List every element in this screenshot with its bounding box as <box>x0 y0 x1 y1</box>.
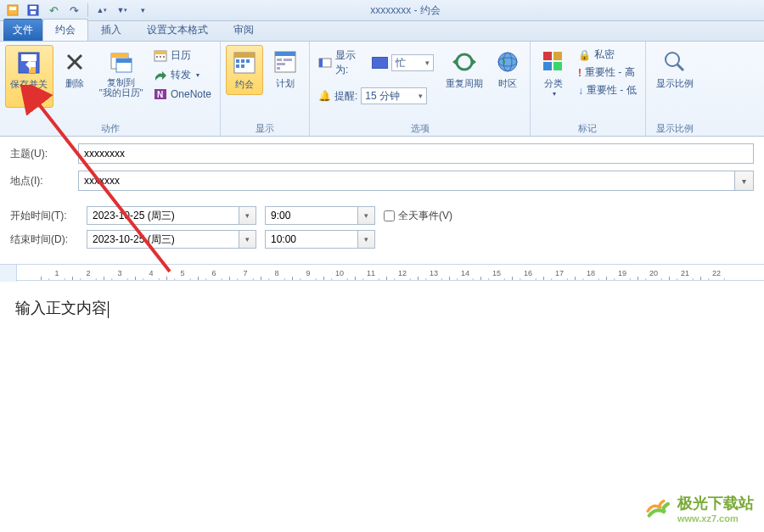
svg-rect-31 <box>284 59 292 61</box>
svg-line-47 <box>677 64 683 70</box>
end-time-dropdown[interactable]: ▾ <box>358 230 375 249</box>
end-date-input[interactable] <box>87 230 239 249</box>
svg-text:N: N <box>157 90 163 99</box>
group-options: 显示为: 忙 🔔 提醒: 15 分钟 重复周期 <box>310 42 531 136</box>
app-icon[interactable] <box>3 2 22 19</box>
start-time-label: 开始时间(T): <box>10 209 78 223</box>
tab-appointment[interactable]: 约会 <box>42 19 88 41</box>
tab-file[interactable]: 文件 <box>3 19 42 41</box>
down-dropdown-icon[interactable]: ▼▾ <box>113 2 132 19</box>
tab-insert[interactable]: 插入 <box>88 19 134 41</box>
subject-input[interactable] <box>78 143 754 164</box>
end-date-dropdown[interactable]: ▾ <box>239 230 256 249</box>
scheduling-button[interactable]: 计划 <box>267 45 304 93</box>
svg-rect-4 <box>31 11 36 14</box>
recurrence-label: 重复周期 <box>446 77 483 90</box>
end-time-input[interactable] <box>265 230 358 249</box>
lock-icon: 🔒 <box>578 49 591 61</box>
allday-checkbox[interactable] <box>384 210 395 221</box>
svg-text:21: 21 <box>681 269 689 277</box>
private-button[interactable]: 🔒 私密 <box>575 47 640 63</box>
onenote-button[interactable]: N OneNote <box>150 86 215 103</box>
save-icon[interactable] <box>24 2 42 19</box>
appointment-view-button[interactable]: 约会 <box>226 45 263 95</box>
start-date-input[interactable] <box>87 206 239 225</box>
categorize-label: 分类 <box>544 77 563 90</box>
reminder-bell-icon: 🔔 <box>318 90 331 102</box>
svg-text:13: 13 <box>430 269 438 277</box>
tab-review[interactable]: 审阅 <box>221 19 267 41</box>
private-label: 私密 <box>594 48 615 62</box>
svg-rect-42 <box>543 52 552 60</box>
forward-button[interactable]: 转发 ▾ <box>150 66 215 84</box>
tab-format[interactable]: 设置文本格式 <box>134 19 221 41</box>
svg-rect-1 <box>9 7 16 10</box>
qat-separator <box>87 3 88 17</box>
svg-rect-33 <box>277 67 280 70</box>
allday-text: 全天事件(V) <box>398 209 452 223</box>
location-dropdown-button[interactable]: ▾ <box>735 171 754 191</box>
ruler-corner <box>0 265 17 282</box>
onenote-icon: N <box>154 87 167 101</box>
svg-text:11: 11 <box>367 269 375 277</box>
svg-rect-16 <box>156 56 158 58</box>
subject-label: 主题(U): <box>10 147 78 161</box>
group-show-label: 显示 <box>226 120 304 134</box>
save-close-icon <box>15 49 42 76</box>
svg-text:4: 4 <box>149 269 153 277</box>
group-tags-label: 标记 <box>536 120 640 134</box>
location-input[interactable] <box>78 171 735 191</box>
svg-text:3: 3 <box>117 269 121 277</box>
end-time-label: 结束时间(D): <box>10 232 78 247</box>
allday-checkbox-label[interactable]: 全天事件(V) <box>384 209 452 223</box>
high-importance-button[interactable]: ! 重要性 - 高 <box>575 64 640 81</box>
forward-label: 转发 <box>171 68 191 82</box>
calendar-button[interactable]: 日历 <box>150 47 215 64</box>
save-close-button[interactable]: 保存并关闭 <box>5 45 53 108</box>
low-importance-icon: ↓ <box>578 85 583 97</box>
appointment-view-label: 约会 <box>235 78 254 91</box>
svg-rect-6 <box>21 54 37 61</box>
scheduling-icon <box>272 48 299 76</box>
svg-text:10: 10 <box>335 269 344 277</box>
svg-point-36 <box>457 54 472 70</box>
low-importance-button[interactable]: ↓ 重要性 - 低 <box>575 82 640 98</box>
timezone-label: 时区 <box>498 77 517 90</box>
reminder-select[interactable]: 15 分钟 <box>361 87 427 104</box>
start-time-input[interactable] <box>265 206 358 225</box>
copy-calendar-button[interactable]: 复制到 "我的日历" <box>95 45 147 101</box>
show-as-select[interactable]: 忙 <box>391 54 434 71</box>
ribbon: 保存并关闭 删除 复制到 "我的日历" 日历 <box>0 42 764 137</box>
svg-rect-44 <box>543 62 552 70</box>
svg-text:22: 22 <box>712 269 721 277</box>
recurrence-icon <box>451 48 478 76</box>
ribbon-tabs: 文件 约会 插入 设置文本格式 审阅 <box>0 21 764 42</box>
group-actions-label: 动作 <box>5 120 215 134</box>
high-importance-icon: ! <box>578 67 581 79</box>
zoom-button[interactable]: 显示比例 <box>651 45 699 93</box>
chevron-down-icon: ▾ <box>553 90 556 98</box>
svg-rect-29 <box>275 52 295 56</box>
svg-text:9: 9 <box>306 269 310 277</box>
recurrence-button[interactable]: 重复周期 <box>442 45 486 93</box>
up-dropdown-icon[interactable]: ▲▾ <box>93 2 111 19</box>
svg-text:8: 8 <box>274 269 278 277</box>
categorize-icon <box>540 48 567 76</box>
delete-button[interactable]: 删除 <box>57 45 92 93</box>
watermark-name: 极光下载站 <box>677 495 754 512</box>
group-show: 约会 计划 显示 <box>221 42 310 136</box>
undo-icon[interactable]: ↶ <box>44 2 63 19</box>
forward-icon <box>154 69 167 82</box>
qat-customize-icon[interactable]: ▾ <box>133 2 152 19</box>
svg-rect-22 <box>234 53 255 58</box>
categorize-button[interactable]: 分类 ▾ <box>536 45 571 101</box>
appointment-form: 主题(U): 地点(I): ▾ 开始时间(T): ▾ ▾ 全天事件(V) 结束时… <box>0 137 764 264</box>
svg-marker-38 <box>452 59 457 65</box>
body-editor[interactable]: 输入正文内容 <box>0 281 764 518</box>
timezone-button[interactable]: 时区 <box>491 45 525 93</box>
watermark: 极光下载站 www.xz7.com <box>643 493 754 524</box>
redo-icon[interactable]: ↷ <box>65 2 83 19</box>
appointment-view-icon <box>231 49 258 76</box>
start-date-dropdown[interactable]: ▾ <box>239 206 256 225</box>
start-time-dropdown[interactable]: ▾ <box>358 206 375 225</box>
